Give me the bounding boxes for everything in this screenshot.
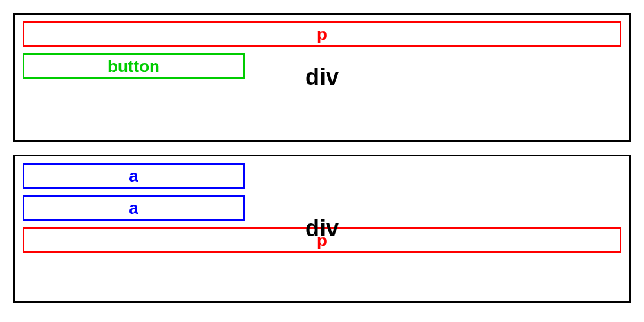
a-element-1[interactable]: a xyxy=(23,163,245,189)
div-label-2: div xyxy=(305,215,339,242)
a-element-2[interactable]: a xyxy=(23,195,245,221)
div-label-1: div xyxy=(305,64,339,91)
p-element-1: p xyxy=(23,21,621,47)
div-container-1: div p button xyxy=(13,13,631,142)
div-container-2: div a a p xyxy=(13,155,631,303)
button-element[interactable]: button xyxy=(23,53,245,79)
